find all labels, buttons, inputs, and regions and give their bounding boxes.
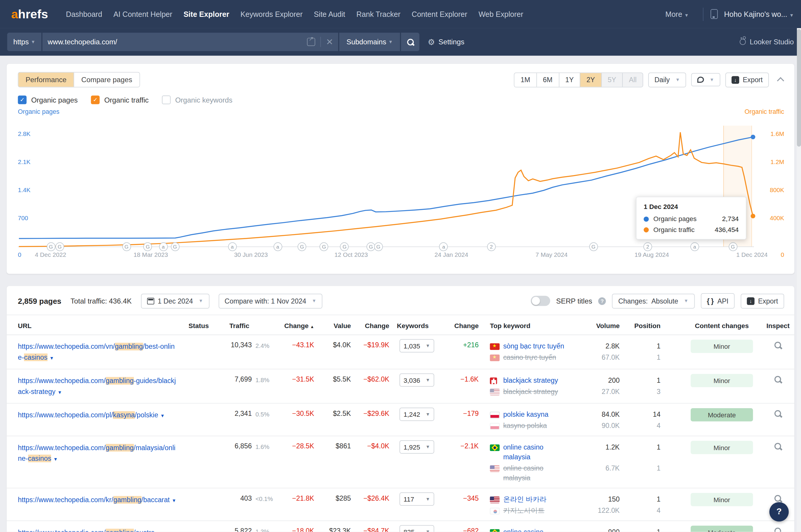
range-1m[interactable]: 1M xyxy=(514,73,536,87)
tab-performance[interactable]: Performance xyxy=(18,72,74,87)
range-6m[interactable]: 6M xyxy=(536,73,559,87)
clear-input-icon[interactable]: ✕ xyxy=(326,38,333,46)
table-export-button[interactable]: ↓Export xyxy=(741,293,784,308)
content-change-badge[interactable]: Minor xyxy=(691,340,753,353)
timeline-marker-g[interactable]: G xyxy=(298,242,306,251)
url-expand-icon[interactable]: ▼ xyxy=(49,356,54,361)
date-picker-button[interactable]: 1 Dec 2024▼ xyxy=(141,293,209,308)
top-keyword-link[interactable]: online casino xyxy=(503,528,543,532)
content-change-badge[interactable]: Minor xyxy=(691,374,753,387)
nav-item-ai-content-helper[interactable]: AI Content Helper xyxy=(114,10,172,18)
chart-export-button[interactable]: ↓Export xyxy=(725,72,769,87)
page-url-link[interactable]: https://www.techopedia.com/kr/gambling/b… xyxy=(18,494,177,506)
top-keyword-text[interactable]: sòng bạc trực tuyến xyxy=(503,341,570,351)
metric-toggle-organic-keywords[interactable]: Organic keywords xyxy=(162,95,233,104)
nav-item-keywords-explorer[interactable]: Keywords Explorer xyxy=(241,10,303,18)
serp-titles-toggle[interactable] xyxy=(531,296,550,306)
inspect-magnifier-icon[interactable] xyxy=(774,495,782,503)
keywords-dropdown[interactable]: 835▼ xyxy=(400,525,435,532)
metric-toggle-organic-traffic[interactable]: ✓Organic traffic xyxy=(91,95,149,104)
content-change-badge[interactable]: Minor xyxy=(691,493,753,506)
page-url-link[interactable]: https://www.techopedia.com/vn/gambling/b… xyxy=(18,341,177,364)
nav-item-site-audit[interactable]: Site Audit xyxy=(314,10,345,18)
url-expand-icon[interactable]: ▼ xyxy=(57,390,62,395)
column-header-position[interactable]: Position xyxy=(619,322,660,329)
protocol-dropdown[interactable]: https▼ xyxy=(7,33,41,51)
inspect-magnifier-icon[interactable] xyxy=(774,376,782,384)
top-keyword-link[interactable]: blackjack strategy xyxy=(503,377,558,384)
timeline-marker-g[interactable]: G xyxy=(729,242,737,251)
column-header-url[interactable]: URL xyxy=(18,322,186,329)
content-change-badge[interactable]: Minor xyxy=(691,441,753,454)
scrollbar-thumb[interactable] xyxy=(797,29,801,147)
timeline-marker-g[interactable]: G xyxy=(55,242,64,251)
api-button[interactable]: { }API xyxy=(701,293,735,308)
top-keyword-link[interactable]: polskie kasyna xyxy=(503,411,548,418)
looker-studio-button[interactable]: Looker Studio xyxy=(740,38,794,46)
nav-item-web-explorer[interactable]: Web Explorer xyxy=(479,10,523,18)
url-expand-icon[interactable]: ▼ xyxy=(157,531,161,532)
column-header-value[interactable]: Value xyxy=(314,322,351,329)
inspect-magnifier-icon[interactable] xyxy=(774,528,782,532)
mode-dropdown[interactable]: Subdomains▼ xyxy=(339,33,400,51)
content-change-badge[interactable]: Moderate xyxy=(691,408,753,421)
nav-item-rank-tracker[interactable]: Rank Tracker xyxy=(357,10,400,18)
top-keyword-link[interactable]: sòng bạc trực tuyến xyxy=(503,342,564,350)
timeline-marker-g[interactable]: G xyxy=(122,242,131,251)
top-keyword-text[interactable]: online casino malaysia xyxy=(503,442,570,462)
granularity-dropdown[interactable]: Daily▼ xyxy=(648,72,686,87)
timeline-marker-g[interactable]: G xyxy=(320,242,328,251)
url-expand-icon[interactable]: ▼ xyxy=(53,457,58,462)
timeline-marker-a[interactable]: a xyxy=(273,242,282,251)
keywords-dropdown[interactable]: 3,036▼ xyxy=(400,373,435,386)
top-keyword-text[interactable]: online casino xyxy=(503,527,570,532)
nav-more-menu[interactable]: More▼ xyxy=(665,10,689,18)
column-header-change[interactable]: Change▲ xyxy=(277,322,314,329)
column-header-change[interactable]: Change xyxy=(436,322,479,329)
column-header-top-keyword[interactable]: Top keyword xyxy=(479,322,570,329)
inspect-magnifier-icon[interactable] xyxy=(774,410,782,418)
timeline-marker-a[interactable]: a xyxy=(690,242,699,251)
inspect-magnifier-icon[interactable] xyxy=(774,342,782,349)
column-header-content-changes[interactable]: Content changes xyxy=(661,322,760,329)
tab-compare-pages[interactable]: Compare pages xyxy=(74,72,139,87)
workspace-menu[interactable]: Hoho Kajino's wo...▼ xyxy=(724,10,794,18)
top-keyword-link[interactable]: 온라인 바카라 xyxy=(503,495,547,503)
nav-item-dashboard[interactable]: Dashboard xyxy=(66,10,102,18)
timeline-marker-g[interactable]: G xyxy=(374,242,382,251)
keywords-dropdown[interactable]: 1,242▼ xyxy=(400,407,435,421)
column-header-traffic[interactable]: Traffic xyxy=(212,322,277,329)
column-header-change[interactable]: Change xyxy=(351,322,389,329)
timeline-marker-g[interactable]: G xyxy=(144,242,152,251)
page-scrollbar[interactable] xyxy=(797,28,801,532)
timeline-marker-2[interactable]: 2 xyxy=(644,242,652,251)
column-header-inspect[interactable]: Inspect xyxy=(760,322,796,329)
top-keyword-text[interactable]: blackjack strategy xyxy=(503,375,570,385)
column-header-status[interactable]: Status xyxy=(187,322,212,329)
collapse-chart-icon[interactable] xyxy=(777,76,784,83)
page-url-link[interactable]: https://www.techopedia.com/gambling/mala… xyxy=(18,442,177,465)
metric-toggle-organic-pages[interactable]: ✓Organic pages xyxy=(18,95,77,104)
inspect-magnifier-icon[interactable] xyxy=(774,443,782,451)
top-keyword-text[interactable]: polskie kasyna xyxy=(503,410,570,419)
nav-item-site-explorer[interactable]: Site Explorer xyxy=(184,10,229,18)
timeline-marker-a[interactable]: a xyxy=(228,242,236,251)
url-expand-icon[interactable]: ▼ xyxy=(172,498,176,503)
timeline-marker-a[interactable]: a xyxy=(439,242,448,251)
target-url-input[interactable] xyxy=(47,38,302,46)
timeline-marker-a[interactable]: a xyxy=(159,242,168,251)
timeline-marker-g[interactable]: G xyxy=(340,242,349,251)
ahrefs-logo[interactable]: ahrefs xyxy=(11,7,48,21)
open-link-icon[interactable] xyxy=(307,38,316,46)
timeline-marker-g[interactable]: G xyxy=(171,242,179,251)
help-fab-button[interactable]: ? xyxy=(769,502,789,522)
annotations-button[interactable]: ▼ xyxy=(691,73,720,86)
nav-item-content-explorer[interactable]: Content Explorer xyxy=(412,10,467,18)
changes-mode-dropdown[interactable]: Changes:Absolute▼ xyxy=(612,293,694,308)
url-expand-icon[interactable]: ▼ xyxy=(160,413,165,418)
page-url-link[interactable]: https://www.techopedia.com/gambling/aust… xyxy=(18,527,177,532)
page-url-link[interactable]: https://www.techopedia.com/pl/kasyna/pol… xyxy=(18,410,177,421)
column-header-keywords[interactable]: Keywords xyxy=(389,322,436,329)
keywords-dropdown[interactable]: 117▼ xyxy=(400,492,435,506)
content-change-badge[interactable]: Moderate xyxy=(691,526,753,532)
